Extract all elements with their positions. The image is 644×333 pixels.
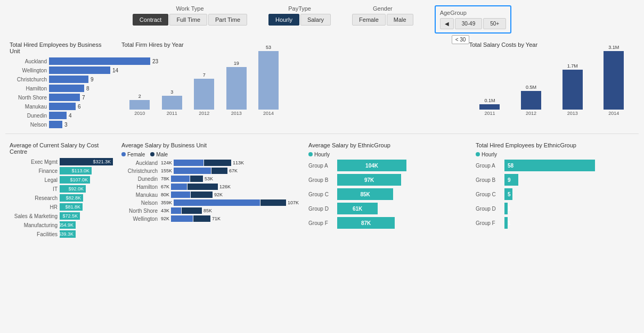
male-bar: [193, 215, 210, 222]
hbar-row: Wellington14: [10, 66, 113, 74]
work-type-fulltime[interactable]: Full Time: [169, 14, 207, 26]
divider: [5, 134, 639, 134]
salary-costs-bar: [604, 51, 624, 110]
female-legend-label: Female: [127, 152, 145, 157]
avg-salary-ethnic-section: Average Salary by EthnicGroup Hourly Gro…: [304, 139, 471, 240]
salary-costs-value: 0.1M: [484, 98, 495, 103]
hired-ethnic-label: Group A: [476, 163, 502, 169]
female-bar-label: 359K: [161, 200, 172, 205]
pay-type-hourly[interactable]: Hourly: [268, 14, 299, 26]
gender-filter: Gender Female Male: [352, 5, 413, 26]
cost-centre-row: Exec Mgmt$321.3K: [10, 158, 113, 165]
hbar-row: Hamilton8: [10, 85, 113, 92]
hbar-label: North Shore: [10, 95, 47, 101]
salary-costs-bar: [521, 91, 541, 110]
avg-salary-cost-centre-chart: Exec Mgmt$321.3KFinance$113.0KLegal$107.…: [10, 158, 113, 238]
hired-ethnic-label: Group C: [476, 192, 502, 197]
work-type-label: Work Type: [176, 5, 203, 12]
salary-costs-value: 0.5M: [526, 85, 536, 90]
ethnic-salary-label: Group D: [308, 206, 335, 212]
avg-salary-bu-row: Wellington92K71K: [121, 215, 300, 222]
cost-centre-label: IT: [10, 186, 58, 192]
avg-salary-cost-centre-title: Average of Current Salary by Cost Centre: [10, 142, 113, 155]
pay-type-salary[interactable]: Salary: [300, 14, 331, 26]
vbar-value-label: 53: [266, 45, 271, 50]
ethnic-salary-bar: 61K: [337, 203, 378, 214]
hbar-label: Christchurch: [10, 77, 47, 82]
female-bar: [174, 160, 203, 166]
hbar-bar: [49, 112, 67, 119]
avg-salary-bu-row: Manukau80K92K: [121, 192, 300, 198]
hbar-bar: [49, 66, 110, 74]
hbar-row: North Shore7: [10, 94, 113, 101]
vbar-value-label: 2: [138, 94, 141, 99]
firm-hires-xlabel: 2013: [223, 111, 249, 116]
avg-salary-bu-row: Nelson359K107K: [121, 199, 300, 206]
hbar-label: Manukau: [10, 104, 47, 110]
avg-salary-bu-label: Dunedin: [121, 176, 158, 182]
ethnic-salary-label: Group A: [308, 163, 335, 169]
age-group-50plus[interactable]: 50+: [483, 18, 506, 29]
firm-hires-xlabel: 2011: [159, 111, 184, 116]
age-group-lt30[interactable]: ◀: [440, 18, 454, 29]
gender-male[interactable]: Male: [387, 14, 413, 26]
male-bar: [188, 184, 218, 190]
hbar-value: 7: [82, 95, 85, 101]
avg-salary-bu-label: Auckland: [121, 160, 158, 166]
avg-salary-ethnic-legend: Hourly: [308, 152, 467, 157]
work-type-buttons: Contract Full Time Part Time: [133, 14, 247, 26]
hbar-bar: [49, 121, 62, 128]
salary-costs-value: 3.1M: [608, 45, 619, 50]
salary-costs-bar: [479, 104, 500, 110]
spacer1: [291, 39, 464, 131]
hired-ethnic-legend: Hourly: [476, 152, 634, 157]
hbar-label: Auckland: [10, 59, 47, 64]
avg-salary-ethnic-chart: Group A104KGroup B97KGroup C85KGroup D61…: [308, 160, 467, 229]
firm-hires-bar: [162, 96, 182, 110]
cost-centre-bar: $321.3K: [60, 158, 113, 165]
avg-salary-bu-label: Christchurch: [121, 168, 158, 174]
age-group-filter: AgeGroup ◀ 30-49 50+ < 30: [435, 5, 512, 34]
hired-ethnic-section: Total Hired Employees by EthnicGroup Hou…: [471, 139, 639, 240]
avg-salary-bu-label: Wellington: [121, 216, 158, 222]
female-bar-label: 67K: [161, 184, 169, 189]
avg-salary-bu-chart: Auckland124K113KChristchurch155K67KDuned…: [121, 160, 300, 222]
female-bar-label: 155K: [161, 168, 172, 173]
top-charts-row: Total Hired Employees by Business Unit A…: [0, 36, 644, 131]
cost-centre-label: Research: [10, 195, 58, 201]
male-bar: [191, 192, 213, 198]
hbar-value: 3: [64, 122, 68, 128]
salary-costs-chart: 0.1M0.5M1.7M3.1M2011201220132014: [469, 51, 634, 126]
male-bar: [182, 207, 202, 214]
female-bar: [171, 207, 181, 214]
salary-costs-section: Total Salary Costs by Year 0.1M0.5M1.7M3…: [465, 39, 639, 131]
cost-centre-label: Legal: [10, 177, 58, 183]
hbar-row: Manukau6: [10, 103, 113, 110]
hired-ethnic-row: Group D1: [476, 203, 634, 214]
hired-ethnic-row: Group A58: [476, 160, 634, 171]
cost-centre-row: Facilities$39.3K: [10, 230, 113, 238]
cost-centre-bar: $107.0K: [60, 176, 90, 184]
firm-hires-xlabel: 2010: [127, 111, 152, 116]
avg-salary-bu-label: Manukau: [121, 192, 158, 198]
work-type-contract[interactable]: Contract: [133, 14, 169, 26]
hired-by-bu-title: Total Hired Employees by Business Unit: [10, 41, 113, 54]
hourly-legend-dot-hired: [476, 152, 480, 156]
female-bar: [171, 176, 190, 182]
female-bar-label: 43K: [161, 208, 169, 213]
ethnic-salary-row: Group A104K: [308, 160, 467, 171]
hbar-bar: [49, 85, 84, 92]
age-group-tooltip: < 30: [452, 35, 470, 44]
hired-ethnic-label: Group D: [476, 206, 502, 212]
gender-female[interactable]: Female: [352, 14, 386, 26]
female-bar: [171, 215, 193, 222]
pay-type-label: PayType: [288, 5, 311, 12]
cost-centre-bar: $54.9K: [60, 221, 76, 229]
male-legend-dot: [150, 152, 154, 156]
age-group-30-49[interactable]: 30-49: [455, 18, 483, 29]
avg-salary-bu-section: Average Salary by Business Unit Female M…: [117, 139, 304, 240]
work-type-parttime[interactable]: Part Time: [208, 14, 247, 26]
male-bar-label: 92K: [214, 192, 223, 197]
cost-centre-label: Finance: [10, 168, 58, 174]
bottom-charts-row: Average of Current Salary by Cost Centre…: [0, 137, 644, 240]
